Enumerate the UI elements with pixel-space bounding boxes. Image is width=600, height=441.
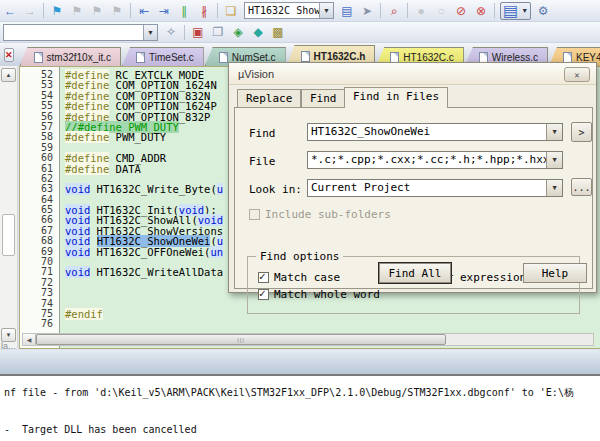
dock-separator xyxy=(0,350,600,374)
target-select-combo[interactable]: ▼ xyxy=(3,24,158,41)
toolbar-separator xyxy=(407,3,408,18)
line-number: 55 xyxy=(20,101,53,111)
dialog-title: µVision xyxy=(229,63,596,85)
toolbar-separator xyxy=(380,3,381,18)
indent-icon[interactable]: ⇥ xyxy=(155,2,173,19)
tab-find[interactable]: Find xyxy=(301,89,346,108)
group-label: Find options xyxy=(256,250,343,263)
browse-folder-button[interactable]: ... xyxy=(571,178,592,196)
help-button[interactable]: Help xyxy=(523,263,587,283)
file-tab-stm32f10x_it-c[interactable]: stm32f10x_it.c xyxy=(20,47,121,66)
checkbox-icon xyxy=(249,209,260,220)
document-icon xyxy=(390,52,399,63)
scroll-left-icon[interactable]: ◀ xyxy=(23,334,36,345)
file-label: File xyxy=(249,155,276,168)
checkbox-icon[interactable] xyxy=(258,289,269,300)
find-all-button[interactable]: Find All xyxy=(379,263,451,283)
document-icon xyxy=(219,52,228,63)
toolbar-separator xyxy=(217,3,218,18)
expand-results-button[interactable]: > xyxy=(571,122,592,142)
manage-items-icon[interactable]: ◈ xyxy=(229,24,247,41)
forward-arrow-icon[interactable]: → xyxy=(21,2,39,19)
scroll-up-icon[interactable]: ▲ xyxy=(1,68,16,82)
debug-magnifier-icon[interactable]: ⌕ xyxy=(385,2,403,19)
toolbar-row-2: ▼✧▣❐◈◆▩ xyxy=(0,22,600,43)
wrench-icon[interactable]: ⚙ xyxy=(534,2,552,19)
breakpoint-icon[interactable]: ● xyxy=(412,2,430,19)
file-tab-label: HT1632C.c xyxy=(403,52,454,63)
uvision-main-window: ←→⚑⚑⚑⚑⇤⇥∥∦❏HT1632C_ShowOneWei▼▤➤⌕●○⊘⊗▤▼⚙… xyxy=(0,0,600,441)
windows-icon[interactable]: ❐ xyxy=(209,24,227,41)
chevron-down-icon[interactable]: ▼ xyxy=(546,124,562,140)
toolbar-separator xyxy=(130,3,131,18)
output-line: nf file - from 'd:\Keil_v5\ARM\PACK\Keil… xyxy=(4,386,574,400)
options-wand-icon[interactable]: ✧ xyxy=(162,24,180,41)
line-number: 60 xyxy=(20,153,53,163)
document-icon xyxy=(563,52,572,63)
toolbar-separator xyxy=(43,3,44,18)
bookmark-flag-icon[interactable]: ⚑ xyxy=(48,2,66,19)
filter-icon[interactable]: ◆ xyxy=(249,24,267,41)
file-tab-label: NumSet.c xyxy=(232,52,276,63)
toolbar-row-1: ←→⚑⚑⚑⚑⇤⇥∥∦❏HT1632C_ShowOneWei▼▤➤⌕●○⊘⊗▤▼⚙ xyxy=(0,0,600,22)
breakpoint-kill-icon[interactable]: ⊗ xyxy=(472,2,490,19)
file-tab-label: Wireless.c xyxy=(492,52,538,63)
file-mask-input[interactable]: *.c;*.cpp;*.cxx;*.cc;*.h;*.hpp;*.hxx;*.h… xyxy=(307,151,563,169)
chevron-down-icon[interactable]: ▼ xyxy=(546,152,562,168)
scrollbar-thumb[interactable] xyxy=(2,214,15,256)
code-line[interactable]: 76 xyxy=(20,319,600,329)
search-combo[interactable]: HT1632C_ShowOneWei▼ xyxy=(244,2,334,19)
open-folder-icon[interactable]: ❏ xyxy=(222,2,240,19)
editor-horizontal-scrollbar[interactable]: ◀ ||| xyxy=(22,333,594,346)
chevron-down-icon[interactable]: ▼ xyxy=(319,3,333,18)
pack-installer-icon[interactable]: ▩ xyxy=(269,24,287,41)
close-document-icon[interactable]: ✕ xyxy=(4,48,14,62)
lookin-select[interactable]: Current Project ▼ xyxy=(307,179,563,197)
file-tab-label: stm32f10x_it.c xyxy=(47,52,111,63)
document-icon xyxy=(301,51,310,62)
find-label: Find xyxy=(249,127,276,140)
find-in-files-page: Find HT1632C_ShowOneWei ▼ > File *.c;*.c… xyxy=(234,107,593,289)
build-output-window[interactable]: nf file - from 'd:\Keil_v5\ARM\PACK\Keil… xyxy=(0,374,600,441)
output-line: - Target DLL has been cancelled xyxy=(4,424,197,435)
load-icon[interactable]: ▣ xyxy=(189,24,207,41)
checkbox-icon[interactable] xyxy=(258,272,269,283)
unindent-icon[interactable]: ⇤ xyxy=(135,2,153,19)
back-arrow-icon[interactable]: ← xyxy=(1,2,19,19)
toolbar-separator xyxy=(184,25,185,40)
find-in-files-icon[interactable]: ▤ xyxy=(338,2,356,19)
breakpoint-disable-icon[interactable]: ⊘ xyxy=(452,2,470,19)
find-in-files-dialog: µVision ✕ Replace Find Find in Files Fin… xyxy=(228,62,597,293)
document-icon xyxy=(136,52,145,63)
line-number: 76 xyxy=(20,319,53,329)
file-tab-label: HT1632C.h xyxy=(314,51,366,62)
chevron-down-icon[interactable]: ▼ xyxy=(143,25,157,40)
toolbar-separator xyxy=(494,3,495,18)
dialog-close-icon[interactable]: ✕ xyxy=(564,67,590,82)
find-input[interactable]: HT1632C_ShowOneWei ▼ xyxy=(307,123,563,141)
workspace-scrollbar[interactable]: ▲ ▼ xyxy=(0,66,18,348)
include-subfolders-checkbox: Include sub-folders xyxy=(249,208,391,221)
chevron-down-icon[interactable]: ▼ xyxy=(546,180,562,196)
hscroll-thumb[interactable]: ||| xyxy=(36,334,446,345)
clear-bookmarks-icon[interactable]: ⚑ xyxy=(108,2,126,19)
run-to-cursor-icon[interactable]: ➤ xyxy=(358,2,376,19)
document-icon xyxy=(479,52,488,63)
breakpoint-enable-icon[interactable]: ○ xyxy=(432,2,450,19)
lookin-label: Look in: xyxy=(249,183,302,196)
file-tab-label: TimeSet.c xyxy=(149,52,194,63)
next-bookmark-icon[interactable]: ⚑ xyxy=(88,2,106,19)
uncomment-icon[interactable]: ∦ xyxy=(195,2,213,19)
comment-icon[interactable]: ∥ xyxy=(175,2,193,19)
tab-find-in-files[interactable]: Find in Files xyxy=(344,87,448,108)
match-case-checkbox[interactable]: Match case xyxy=(258,271,340,284)
tab-replace[interactable]: Replace xyxy=(237,89,301,108)
scroll-down-icon[interactable]: ▼ xyxy=(1,328,16,342)
file-tab-label: KEY4.c xyxy=(576,52,600,63)
file-tab-timeset-c[interactable]: TimeSet.c xyxy=(122,47,204,66)
chevron-down-icon[interactable]: ▼ xyxy=(521,7,528,14)
window-list-icon[interactable]: ▤▼ xyxy=(500,2,531,20)
prev-bookmark-icon[interactable]: ⚑ xyxy=(68,2,86,19)
whole-word-checkbox[interactable]: Match whole word xyxy=(258,288,380,301)
document-icon xyxy=(34,52,43,63)
